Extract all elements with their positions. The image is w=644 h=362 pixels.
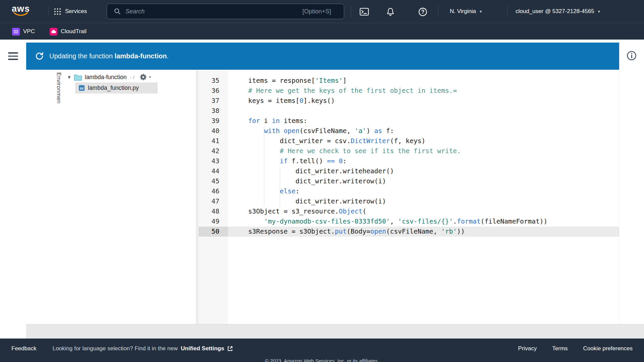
code-editor[interactable]: 35363738394041424344454647484950 items =… — [199, 70, 619, 324]
cloudshell-terminal-icon — [360, 7, 369, 16]
folder-path-suffix: - / — [130, 74, 135, 80]
code-line[interactable]: dict_writer.writeheader() — [228, 166, 619, 176]
code-token-fn: format — [457, 218, 480, 225]
gutter-line-number[interactable]: 46 — [199, 186, 228, 196]
code-token-plain — [248, 147, 280, 155]
caret-down-icon: ▼ — [149, 75, 152, 79]
gutter-line-number[interactable]: 45 — [199, 176, 228, 186]
gutter-line-number[interactable]: 39 — [199, 116, 228, 126]
gutter-line-number[interactable]: 41 — [199, 136, 228, 146]
code-line[interactable] — [228, 106, 619, 116]
vpc-icon — [12, 28, 20, 36]
gutter-line-number[interactable]: 44 — [199, 166, 228, 176]
tree-file-selected[interactable]: py lambda_function.py — [75, 82, 158, 94]
code-token-num: 0 — [339, 157, 343, 165]
banner-text-prefix: Updating the function — [49, 52, 115, 60]
gutter-line-number[interactable]: 47 — [199, 196, 228, 206]
search-box[interactable]: [Option+S] — [107, 4, 344, 19]
code-token-plain — [248, 218, 264, 225]
code-token-plain: )) — [457, 228, 465, 235]
tree-folder-lambda-function[interactable]: ▼ lambda-function - / ▼ — [67, 72, 152, 82]
code-line[interactable]: s3Object = s3_resource.Object( — [228, 206, 619, 217]
code-token-str: 'my-dynamodb-csv-files-0333fd50' — [264, 218, 390, 225]
notifications-bell-icon — [386, 7, 395, 16]
code-token-plain — [335, 157, 339, 165]
code-token-num: 0 — [300, 97, 304, 105]
gutter-line-number[interactable]: 48 — [199, 206, 228, 217]
info-panel-button[interactable] — [627, 51, 637, 62]
favorite-vpc[interactable]: VPC — [12, 23, 35, 40]
code-line[interactable]: with open(csvFileName, 'a') as f: — [228, 126, 619, 136]
gutter-line-number[interactable]: 35 — [199, 76, 228, 86]
code-token-plain: , — [390, 218, 398, 225]
services-menu-button[interactable]: Services — [54, 0, 87, 23]
region-selector[interactable]: N. Virginia ▼ — [450, 0, 482, 23]
code-line[interactable]: # Here we check to see if its the first … — [228, 146, 619, 156]
favorites-bar: VPC CloudTrail — [0, 23, 644, 40]
search-icon — [114, 8, 121, 15]
code-line[interactable]: dict_writer.writerow(i) — [228, 196, 619, 206]
search-input[interactable] — [125, 8, 298, 15]
code-line[interactable]: 'my-dynamodb-csv-files-0333fd50', 'csv-f… — [228, 217, 619, 227]
code-line[interactable]: else: — [228, 186, 619, 196]
code-line[interactable]: if f.tell() == 0: — [228, 156, 619, 166]
help-button[interactable]: ? — [417, 6, 429, 18]
code-token-fn: Object — [339, 207, 362, 215]
gutter-line-number[interactable]: 40 — [199, 126, 228, 136]
code-token-plain: (csvFileName, — [386, 228, 441, 235]
folder-settings-button[interactable]: ▼ — [140, 73, 152, 81]
gutter-line-number[interactable]: 49 — [199, 217, 228, 227]
editor-bottom-strip — [26, 324, 644, 339]
code-token-kw: as — [374, 127, 382, 135]
code-line[interactable]: dict_writer.writerow(i) — [228, 176, 619, 186]
code-token-plain: (f, keys) — [390, 137, 426, 145]
cookie-preferences-link[interactable]: Cookie preferences — [583, 345, 633, 352]
code-line[interactable]: dict_writer = csv.DictWriter(f, keys) — [228, 136, 619, 146]
folder-icon — [74, 74, 82, 81]
code-token-plain: ] — [343, 77, 347, 84]
top-navigation-bar: aws Services [Option+S] — [0, 0, 644, 23]
code-line[interactable]: for i in items: — [228, 116, 619, 126]
svg-text:py: py — [80, 86, 84, 90]
aws-logo[interactable]: aws — [11, 4, 31, 19]
aws-logo-text: aws — [11, 4, 31, 13]
terms-link[interactable]: Terms — [552, 345, 568, 352]
code-line[interactable]: keys = items[0].keys() — [228, 96, 619, 106]
hamburger-icon — [8, 52, 18, 54]
refresh-icon — [35, 52, 44, 61]
tools-panel-divider — [619, 70, 620, 324]
banner-function-name: lambda-function — [115, 52, 167, 60]
code-line[interactable]: items = response['Items'] — [228, 76, 619, 86]
notifications-button[interactable] — [384, 6, 396, 18]
gutter-line-number[interactable]: 42 — [199, 146, 228, 156]
favorite-label: CloudTrail — [61, 28, 87, 35]
editor-gutter: 35363738394041424344454647484950 — [199, 70, 228, 324]
code-token-plain: i — [260, 117, 272, 125]
gutter-line-number[interactable]: 43 — [199, 156, 228, 166]
side-navigation-toggle[interactable] — [0, 43, 26, 70]
tree-panel-scrollbar[interactable] — [196, 70, 199, 324]
gutter-line-number[interactable]: 38 — [199, 106, 228, 116]
code-token-plain: ) — [366, 127, 374, 135]
info-panel-column — [619, 43, 644, 70]
code-line[interactable]: s3Response = s3Object.put(Body=open(csvF… — [228, 227, 619, 237]
favorite-cloudtrail[interactable]: CloudTrail — [50, 23, 87, 40]
feedback-button[interactable]: Feedback — [11, 345, 37, 352]
gutter-line-number[interactable]: 50 — [199, 227, 228, 237]
environment-panel-tab[interactable]: Environmen — [56, 72, 62, 104]
privacy-link[interactable]: Privacy — [518, 345, 537, 352]
search-shortcut-hint: [Option+S] — [302, 8, 331, 15]
code-token-plain — [248, 127, 264, 135]
favorite-label: VPC — [23, 28, 35, 35]
gutter-line-number[interactable]: 37 — [199, 96, 228, 106]
cloudshell-button[interactable] — [358, 6, 370, 18]
code-token-plain: : — [296, 187, 300, 195]
unified-settings-link[interactable]: Unified Settings — [181, 345, 224, 352]
code-token-com: # Here we check to see if its the first … — [280, 147, 461, 155]
code-line[interactable]: # Here we get the keys of the first obje… — [228, 86, 619, 96]
code-token-com: # Here we get the keys of the first obje… — [248, 87, 457, 95]
account-menu[interactable]: cloud_user @ 5327-2128-4565 ▼ — [516, 0, 601, 23]
folder-expander-icon[interactable]: ▼ — [67, 75, 74, 80]
gutter-line-number[interactable]: 36 — [199, 86, 228, 96]
folder-name: lambda-function — [85, 74, 127, 81]
